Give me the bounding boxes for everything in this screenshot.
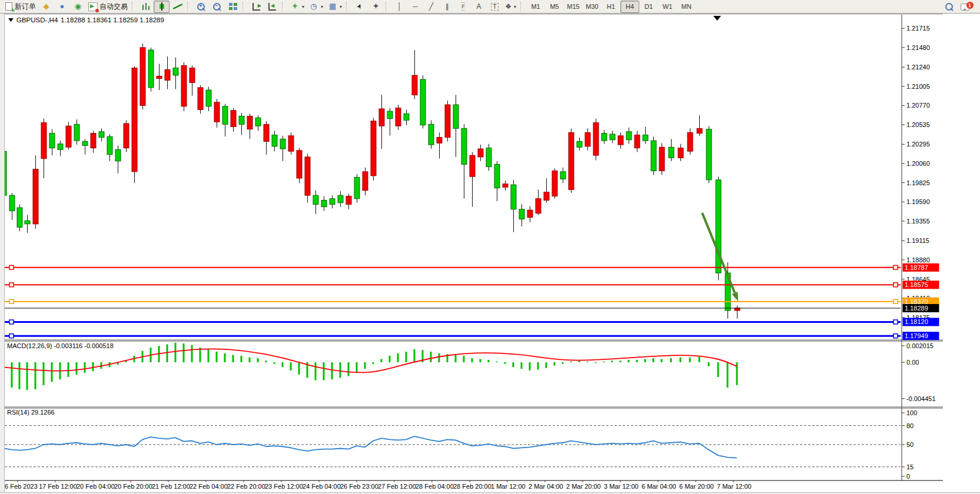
periods-button[interactable]: ◷▾ xyxy=(307,1,325,13)
bull-candle xyxy=(74,124,79,141)
bull-candle xyxy=(643,135,648,141)
time-axis-label: 17 Feb 12:00 xyxy=(39,483,77,490)
bear-candle xyxy=(697,128,702,133)
bull-candle xyxy=(148,50,154,88)
bear-candle xyxy=(618,136,623,145)
bull-candle xyxy=(494,164,500,188)
new-order-label: 新订单 xyxy=(15,2,36,12)
auto-scroll-button[interactable] xyxy=(248,1,264,13)
time-axis-label: 26 Feb 23:00 xyxy=(340,483,378,490)
bull-candle xyxy=(428,124,434,145)
line-handle[interactable] xyxy=(9,320,14,324)
price-tick-label: 1.19355 xyxy=(906,218,930,225)
bear-candle xyxy=(288,136,294,151)
search-button[interactable] xyxy=(941,1,957,13)
trend-arrow-head[interactable] xyxy=(732,292,738,301)
new-order-button[interactable]: 新订单 xyxy=(2,1,38,13)
bull-candle xyxy=(486,148,491,167)
bear-candle xyxy=(91,133,96,148)
macd-scale-label: 0.002015 xyxy=(906,342,934,349)
text-label-tool-icon: T xyxy=(491,3,498,11)
main-toolbar: 新订单 ◆ ● ◉ 自动交易 +▾ ◷▾ ▦▾ + │─╱∥FAT❖▾ M1M5… xyxy=(0,0,980,14)
auto-trading-label: 自动交易 xyxy=(99,2,128,12)
timeframe-h1-button[interactable]: H1 xyxy=(602,1,620,13)
rsi-scale-label: 80 xyxy=(906,422,913,429)
bull-candle xyxy=(387,111,393,118)
bear-candle xyxy=(544,192,549,201)
deposit-button[interactable]: ◆ xyxy=(38,1,54,13)
bear-candle xyxy=(66,126,71,147)
time-axis-label: 2 Mar 04:00 xyxy=(529,483,563,490)
bear-candle xyxy=(396,108,401,126)
text-label-tool[interactable]: T xyxy=(487,1,503,13)
rsi-line xyxy=(4,436,737,458)
zoom-out-button[interactable] xyxy=(209,1,225,13)
templates-button[interactable]: ▦▾ xyxy=(325,1,344,13)
zoom-in-button[interactable] xyxy=(193,1,209,13)
tile-windows-button[interactable] xyxy=(225,1,241,13)
zoom-out-icon xyxy=(213,3,221,11)
fibonacci-tool[interactable]: F xyxy=(455,1,471,13)
text-tool[interactable]: A xyxy=(471,1,487,13)
vertical-line-tool[interactable]: │ xyxy=(391,1,407,13)
bull-candle xyxy=(651,141,656,171)
timeframe-d1-button[interactable]: D1 xyxy=(639,1,658,13)
dropdown-arrow-icon: ▾ xyxy=(321,4,323,9)
time-axis-label: 23 Feb 12:00 xyxy=(265,483,303,490)
crosshair-tool[interactable]: + xyxy=(368,1,384,13)
line-handle[interactable] xyxy=(9,265,14,269)
line-handle[interactable] xyxy=(9,299,14,303)
timeframe-w1-button[interactable]: W1 xyxy=(658,1,677,13)
timeframe-m30-button[interactable]: M30 xyxy=(583,1,602,13)
bear-candle xyxy=(165,69,170,80)
timeframe-m1-button[interactable]: M1 xyxy=(526,1,545,13)
line-handle[interactable] xyxy=(893,283,898,287)
candlestick-chart-button[interactable] xyxy=(154,1,170,13)
timeframe-m5-button[interactable]: M5 xyxy=(545,1,564,13)
chart-shift-marker[interactable] xyxy=(713,16,721,21)
timeframe-m15-button[interactable]: M15 xyxy=(564,1,583,13)
bear-candle xyxy=(412,75,417,95)
zoom-in-icon xyxy=(197,3,205,11)
bull-candle xyxy=(280,139,285,149)
community-button[interactable]: ● xyxy=(54,1,70,13)
line-handle[interactable] xyxy=(893,299,898,303)
line-handle[interactable] xyxy=(9,283,14,287)
bull-candle xyxy=(272,135,277,146)
signals-button[interactable]: ◉ xyxy=(70,1,86,13)
dropdown-arrow-icon: ▾ xyxy=(514,4,516,9)
line-handle[interactable] xyxy=(893,265,898,269)
price-chart-canvas[interactable]: GBPUSD-,H4 1.18288 1.18361 1.18259 1.182… xyxy=(0,0,980,494)
price-tick-label: 1.21240 xyxy=(906,64,930,71)
toolbar-separator xyxy=(386,2,388,11)
bull-candle xyxy=(255,118,261,126)
bull-candle xyxy=(115,149,121,161)
line-handle[interactable] xyxy=(9,334,14,338)
bear-candle xyxy=(181,65,187,106)
chart-title-ohlc: 1.18288 1.18361 1.18259 1.18289 xyxy=(61,16,164,24)
chart-shift-button[interactable] xyxy=(264,1,280,13)
time-axis-label: 24 Feb 04:00 xyxy=(303,483,341,490)
line-chart-button[interactable] xyxy=(170,1,185,13)
vertical-line-tool-icon: │ xyxy=(397,2,402,11)
trendline-tool[interactable]: ╱ xyxy=(423,1,439,13)
fibonacci-tool-icon: F xyxy=(461,2,464,11)
equidistant-channel-tool-icon: ∥ xyxy=(446,2,449,11)
indicators-button[interactable]: +▾ xyxy=(288,1,307,13)
line-handle[interactable] xyxy=(893,334,898,338)
price-tick-label: 1.21005 xyxy=(906,83,930,90)
timeframe-mn-button[interactable]: MN xyxy=(677,1,696,13)
horizontal-line-tool[interactable]: ─ xyxy=(407,1,423,13)
line-handle[interactable] xyxy=(893,320,898,324)
title-collapse-icon[interactable] xyxy=(8,18,14,22)
arrows-tool[interactable]: ❖▾ xyxy=(503,1,519,13)
equidistant-channel-tool[interactable]: ∥ xyxy=(439,1,455,13)
chart-shift-icon xyxy=(268,3,276,11)
timeframe-h4-button[interactable]: H4 xyxy=(620,1,639,13)
price-tick-label: 1.20060 xyxy=(906,160,930,167)
notifications-button[interactable]: 1 xyxy=(957,1,973,13)
bar-chart-button[interactable] xyxy=(138,1,154,13)
bear-candle xyxy=(470,155,475,176)
auto-trading-button[interactable]: 自动交易 xyxy=(86,1,130,13)
cursor-tool[interactable] xyxy=(352,1,368,13)
